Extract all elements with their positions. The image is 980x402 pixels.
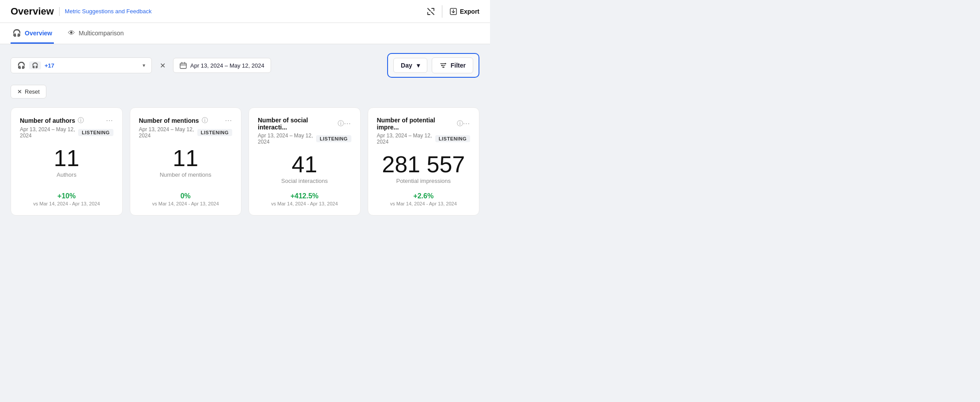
card-mentions-title: Number of mentions [139, 117, 199, 124]
tab-overview[interactable]: 🎧 Overview [11, 29, 54, 44]
main-content: 🎧 🎧 +17 ▾ ✕ Apr 13, 2024 – May 12, 2024 … [0, 44, 490, 224]
day-dropdown-arrow: ▾ [417, 62, 420, 69]
card-social-more-icon[interactable]: ··· [344, 120, 351, 128]
card-authors-source-badge: LISTENING [78, 129, 113, 136]
top-bar: Overview Metric Suggestions and Feedback… [0, 0, 490, 23]
card-mentions-help-icon[interactable]: ⓘ [202, 117, 208, 125]
tab-multicomparison-label: Multicomparison [79, 30, 124, 37]
card-mentions-date-row: Apr 13, 2024 – May 12, 2024 LISTENING [139, 126, 233, 139]
card-impressions-unit: Potential impressions [377, 178, 471, 184]
calendar-icon [180, 62, 187, 69]
card-impressions-vs-label: vs Mar 14, 2024 - Apr 13, 2024 [377, 201, 471, 206]
clear-topics-button[interactable]: ✕ [156, 59, 169, 72]
card-authors-change-value: +10% [20, 192, 113, 200]
reset-row: ✕ Reset [11, 85, 479, 99]
card-authors-help-icon[interactable]: ⓘ [78, 117, 84, 125]
tab-navigation: 🎧 Overview 👁 Multicomparison [0, 23, 490, 44]
header-divider [442, 5, 442, 18]
card-mentions-more-icon[interactable]: ··· [225, 117, 232, 125]
card-authors: Number of authors ⓘ ··· Apr 13, 2024 – M… [11, 107, 123, 216]
card-social-value-section: 41 Social interactions [258, 153, 351, 190]
card-impressions-more-icon[interactable]: ··· [463, 120, 470, 128]
filter-button[interactable]: Filter [432, 57, 473, 73]
card-social-value: 41 [258, 153, 351, 176]
card-social-change: +412.5% vs Mar 14, 2024 - Apr 13, 2024 [258, 192, 351, 206]
card-impressions-title: Number of potential impre... [377, 117, 454, 131]
topics-dropdown-arrow: ▾ [143, 62, 145, 68]
card-social-title-row: Number of social interacti... ⓘ [258, 117, 344, 131]
card-social-date-row: Apr 13, 2024 – May 12, 2024 LISTENING [258, 133, 351, 145]
card-impressions-change: +2.6% vs Mar 14, 2024 - Apr 13, 2024 [377, 192, 471, 206]
expand-icon [427, 8, 435, 15]
card-impressions-help-icon[interactable]: ⓘ [457, 120, 463, 128]
card-authors-more-icon[interactable]: ··· [106, 117, 113, 125]
card-impressions: Number of potential impre... ⓘ ··· Apr 1… [368, 107, 480, 216]
filter-label: Filter [451, 62, 466, 69]
multicomparison-tab-icon: 👁 [68, 29, 75, 37]
title-divider [59, 7, 60, 16]
card-mentions-unit: Number of mentions [139, 171, 233, 178]
expand-button[interactable] [427, 8, 435, 15]
card-authors-change: +10% vs Mar 14, 2024 - Apr 13, 2024 [20, 192, 113, 206]
card-social-help-icon[interactable]: ⓘ [338, 120, 344, 128]
topics-selector[interactable]: 🎧 🎧 +17 ▾ [11, 57, 152, 73]
card-mentions-title-row: Number of mentions ⓘ [139, 117, 208, 125]
plus-badge: +17 [45, 62, 54, 69]
card-mentions: Number of mentions ⓘ ··· Apr 13, 2024 – … [130, 107, 242, 216]
card-mentions-header: Number of mentions ⓘ ··· [139, 117, 233, 125]
filter-icon [439, 61, 447, 69]
tab-multicomparison[interactable]: 👁 Multicomparison [66, 29, 125, 44]
feedback-link[interactable]: Metric Suggestions and Feedback [65, 8, 152, 15]
filter-row: 🎧 🎧 +17 ▾ ✕ Apr 13, 2024 – May 12, 2024 … [11, 53, 479, 78]
overview-tab-icon: 🎧 [12, 29, 21, 37]
card-social-unit: Social interactions [258, 178, 351, 184]
card-mentions-date: Apr 13, 2024 – May 12, 2024 [139, 126, 197, 139]
svg-point-3 [441, 65, 442, 66]
topic-tag-1: 🎧 [29, 61, 41, 69]
date-range-label: Apr 13, 2024 – May 12, 2024 [190, 62, 264, 69]
card-authors-date-row: Apr 13, 2024 – May 12, 2024 LISTENING [20, 126, 113, 139]
card-social-vs-label: vs Mar 14, 2024 - Apr 13, 2024 [258, 201, 351, 206]
card-impressions-date: Apr 13, 2024 – May 12, 2024 [377, 133, 435, 145]
top-bar-left: Overview Metric Suggestions and Feedback [11, 6, 151, 17]
card-authors-date: Apr 13, 2024 – May 12, 2024 [20, 126, 78, 139]
topic-icon-blurred: 🎧 [32, 62, 38, 68]
reset-button[interactable]: ✕ Reset [11, 85, 46, 99]
card-mentions-change: 0% vs Mar 14, 2024 - Apr 13, 2024 [139, 192, 233, 206]
reset-label: Reset [25, 88, 40, 95]
day-selector[interactable]: Day ▾ [393, 58, 427, 73]
filter-right-panel: Day ▾ Filter [387, 53, 479, 78]
card-impressions-date-row: Apr 13, 2024 – May 12, 2024 LISTENING [377, 133, 471, 145]
card-authors-vs-label: vs Mar 14, 2024 - Apr 13, 2024 [20, 201, 113, 206]
export-button[interactable]: Export [449, 8, 479, 15]
topic-icon-1: 🎧 [17, 61, 26, 69]
svg-point-4 [443, 67, 444, 68]
card-social-title: Number of social interacti... [258, 117, 335, 131]
card-impressions-source-badge: LISTENING [435, 135, 470, 142]
card-social: Number of social interacti... ⓘ ··· Apr … [249, 107, 361, 216]
card-authors-value: 11 [20, 147, 113, 170]
card-mentions-source-badge: LISTENING [197, 129, 232, 136]
card-social-date: Apr 13, 2024 – May 12, 2024 [258, 133, 316, 145]
card-social-change-value: +412.5% [258, 192, 351, 200]
card-authors-title: Number of authors [20, 117, 75, 124]
tab-overview-label: Overview [25, 30, 52, 37]
card-impressions-title-row: Number of potential impre... ⓘ [377, 117, 463, 131]
export-icon [449, 8, 457, 15]
card-impressions-value-section: 281 557 Potential impressions [377, 153, 471, 190]
card-mentions-value: 11 [139, 147, 233, 170]
card-impressions-value: 281 557 [377, 153, 471, 176]
card-authors-unit: Authors [20, 171, 113, 178]
day-label: Day [401, 62, 412, 69]
card-social-source-badge: LISTENING [316, 135, 351, 142]
filter-left: 🎧 🎧 +17 ▾ ✕ Apr 13, 2024 – May 12, 2024 [11, 57, 271, 73]
metric-cards-grid: Number of authors ⓘ ··· Apr 13, 2024 – M… [11, 107, 479, 216]
svg-point-2 [445, 63, 446, 64]
card-authors-value-section: 11 Authors [20, 147, 113, 183]
card-mentions-vs-label: vs Mar 14, 2024 - Apr 13, 2024 [139, 201, 233, 206]
date-range-selector[interactable]: Apr 13, 2024 – May 12, 2024 [173, 58, 271, 73]
reset-x-icon: ✕ [17, 88, 22, 95]
page-title: Overview [11, 6, 54, 17]
top-bar-right: Export [427, 5, 479, 18]
card-mentions-value-section: 11 Number of mentions [139, 147, 233, 183]
